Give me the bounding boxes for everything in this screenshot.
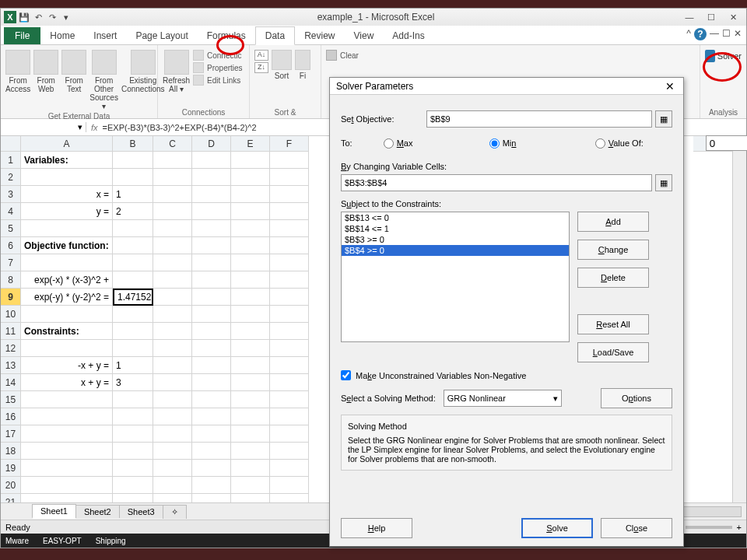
cell-F7[interactable] <box>270 254 309 271</box>
cell-F11[interactable] <box>270 323 309 340</box>
zoom-in-icon[interactable]: + <box>737 523 742 532</box>
cell-D19[interactable] <box>192 460 231 477</box>
minimize-ribbon-icon[interactable]: ^ <box>686 28 691 40</box>
cell-C4[interactable] <box>153 203 192 220</box>
fx-icon[interactable]: fx <box>91 123 98 132</box>
constraints-listbox[interactable]: $B$13 <= 0$B$14 <= 1$B$3 >= 0$B$4 >= 0 <box>341 212 570 342</box>
mdi-close-icon[interactable]: ✕ <box>734 28 742 40</box>
save-icon[interactable]: 💾 <box>18 11 30 23</box>
cell-A16[interactable] <box>21 408 113 425</box>
cell-B12[interactable] <box>113 340 153 357</box>
cell-A3[interactable]: x = <box>21 186 113 203</box>
cell-B4[interactable]: 2 <box>113 203 153 220</box>
qat-dropdown-icon[interactable]: ▾ <box>60 11 72 23</box>
cell-E9[interactable] <box>231 289 270 306</box>
cell-E2[interactable] <box>231 169 270 186</box>
help-icon[interactable]: ? <box>694 28 707 40</box>
from-access-button[interactable]: From Access <box>5 50 30 93</box>
properties-button[interactable]: Properties <box>193 62 243 73</box>
constraint-item-0[interactable]: $B$13 <= 0 <box>342 212 569 223</box>
cell-F10[interactable] <box>270 306 309 323</box>
cell-D4[interactable] <box>192 203 231 220</box>
cell-D1[interactable] <box>192 152 231 169</box>
sheet-tab-3[interactable]: Sheet3 <box>119 505 163 518</box>
cell-F5[interactable] <box>270 220 309 237</box>
close-window-icon[interactable]: ✕ <box>723 11 743 23</box>
cell-F15[interactable] <box>270 391 309 408</box>
formula-text[interactable]: =EXP(-B3)*(B3-3)^2+EXP(-B4)*(B4-2)^2 <box>103 123 257 132</box>
row-header-2[interactable]: 2 <box>1 169 21 186</box>
row-header-8[interactable]: 8 <box>1 271 21 289</box>
name-box[interactable]: ▾ <box>1 122 86 132</box>
cell-C12[interactable] <box>153 340 192 357</box>
sheet-tab-2[interactable]: Sheet2 <box>75 505 120 518</box>
tab-home[interactable]: Home <box>40 27 84 44</box>
cell-C2[interactable] <box>153 169 192 186</box>
solve-button[interactable]: Solve <box>521 518 593 538</box>
cell-E13[interactable] <box>231 357 270 374</box>
cell-D17[interactable] <box>192 425 231 443</box>
cell-E15[interactable] <box>231 391 270 408</box>
cell-D12[interactable] <box>192 340 231 357</box>
cell-E8[interactable] <box>231 271 270 289</box>
cell-C3[interactable] <box>153 186 192 203</box>
cell-F20[interactable] <box>270 477 309 494</box>
solving-method-combo[interactable]: GRG Nonlinear▾ <box>444 390 562 407</box>
cell-B7[interactable] <box>113 254 153 271</box>
row-header-4[interactable]: 4 <box>1 203 21 220</box>
cell-E19[interactable] <box>231 460 270 477</box>
cell-C20[interactable] <box>153 477 192 494</box>
cell-C19[interactable] <box>153 460 192 477</box>
cell-A17[interactable] <box>21 425 113 443</box>
dialog-close-icon[interactable]: ✕ <box>663 79 677 93</box>
tab-addins[interactable]: Add-Ins <box>383 27 433 44</box>
cell-D2[interactable] <box>192 169 231 186</box>
cell-A21[interactable] <box>21 494 113 502</box>
cell-D9[interactable] <box>192 289 231 306</box>
col-header-f[interactable]: F <box>270 136 309 152</box>
cell-C1[interactable] <box>153 152 192 169</box>
cell-D6[interactable] <box>192 237 231 254</box>
cell-B3[interactable]: 1 <box>113 186 153 203</box>
tab-data[interactable]: Data <box>255 26 295 45</box>
col-header-e[interactable]: E <box>231 136 270 152</box>
tab-file[interactable]: File <box>4 27 40 44</box>
tab-view[interactable]: View <box>345 27 384 44</box>
valueof-input[interactable] <box>706 135 747 151</box>
cell-C8[interactable] <box>153 271 192 289</box>
undo-icon[interactable]: ↶ <box>32 11 44 23</box>
cell-C15[interactable] <box>153 391 192 408</box>
cell-B8[interactable] <box>113 271 153 289</box>
cell-A13[interactable]: -x + y = <box>21 357 113 374</box>
cell-E21[interactable] <box>231 494 270 502</box>
cell-A6[interactable]: Objective function: <box>21 237 113 254</box>
cell-F12[interactable] <box>270 340 309 357</box>
delete-constraint-button[interactable]: Delete <box>577 268 649 288</box>
row-header-20[interactable]: 20 <box>1 477 21 494</box>
from-web-button[interactable]: From Web <box>33 50 58 93</box>
cell-E14[interactable] <box>231 374 270 391</box>
cell-A20[interactable] <box>21 477 113 494</box>
cell-D16[interactable] <box>192 408 231 425</box>
from-text-button[interactable]: From Text <box>61 50 86 93</box>
refresh-all-button[interactable]: Refresh All ▾ <box>163 50 190 93</box>
cell-F1[interactable] <box>270 152 309 169</box>
redo-icon[interactable]: ↷ <box>46 11 58 23</box>
row-header-17[interactable]: 17 <box>1 425 21 443</box>
col-header-d[interactable]: D <box>192 136 231 152</box>
cell-C9[interactable] <box>153 289 192 306</box>
cell-E5[interactable] <box>231 220 270 237</box>
cell-E20[interactable] <box>231 477 270 494</box>
cell-F13[interactable] <box>270 357 309 374</box>
col-header-b[interactable]: B <box>113 136 153 152</box>
minimize-icon[interactable]: — <box>679 11 700 23</box>
cell-B9[interactable]: 1.47152 <box>113 289 153 306</box>
cell-E1[interactable] <box>231 152 270 169</box>
cell-F6[interactable] <box>270 237 309 254</box>
load-save-button[interactable]: Load/Save <box>577 342 649 362</box>
cell-B19[interactable] <box>113 460 153 477</box>
cell-B10[interactable] <box>113 306 153 323</box>
cell-D11[interactable] <box>192 323 231 340</box>
cell-A4[interactable]: y = <box>21 203 113 220</box>
constraint-item-1[interactable]: $B$14 <= 1 <box>342 223 569 234</box>
